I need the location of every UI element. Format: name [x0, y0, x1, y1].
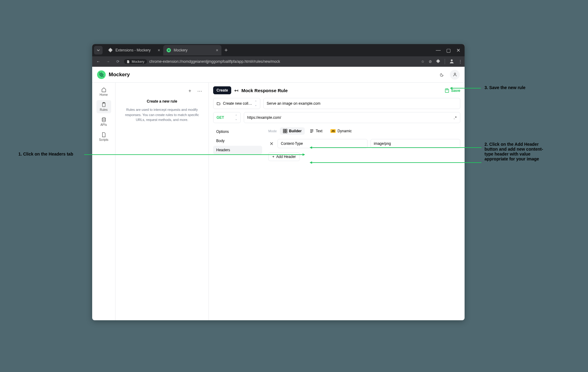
site-chip-label: Mockery [132, 60, 145, 63]
svg-rect-10 [285, 131, 287, 133]
reload-icon[interactable]: ⟳ [114, 59, 122, 64]
close-window-icon[interactable]: ✕ [456, 47, 460, 53]
chevron-updown-icon: ⌃⌄ [254, 100, 257, 107]
clipboard-icon [101, 102, 107, 107]
collection-select[interactable]: Create new coll… ⌃⌄ [213, 98, 260, 109]
star-icon[interactable]: ☆ [421, 59, 424, 64]
annotation-1-line [84, 154, 305, 155]
save-button[interactable]: Save [445, 88, 460, 93]
document-icon [126, 60, 130, 63]
header-value-value: image/png [374, 141, 391, 146]
subtabs: Options Body Headers [213, 127, 262, 161]
nav-rules[interactable]: Rules [96, 100, 111, 113]
mode-builder[interactable]: Builder [280, 127, 305, 135]
annotation-3: 3. Save the new rule [484, 85, 526, 90]
create-label: Create [217, 88, 228, 92]
new-tab-button[interactable]: + [221, 47, 231, 54]
add-header-button[interactable]: + Add Header [268, 152, 300, 161]
main-header: Create ↤ Mock Response Rule Save [213, 86, 460, 94]
annotation-1: 1. Click on the Headers tab [18, 152, 73, 156]
nav-label: APIs [100, 123, 107, 126]
tab-title: Mockery [174, 48, 187, 52]
window-controls: — ▢ ✕ [436, 47, 463, 53]
minimize-icon[interactable]: — [436, 47, 441, 53]
panel-title: Create a new rule [119, 99, 205, 103]
mode-dynamic[interactable]: JS Dynamic [327, 127, 355, 135]
browser-titlebar: Extensions - Mockery × Mockery × + — ▢ ✕ [92, 44, 465, 56]
annotation-2-line [310, 147, 481, 148]
back-icon[interactable]: ← [95, 59, 102, 64]
rule-name-input[interactable]: Serve an image on example.com [263, 98, 460, 109]
account-button[interactable] [450, 70, 460, 80]
create-button[interactable]: Create [213, 86, 231, 94]
save-icon [445, 88, 449, 93]
subtab-options[interactable]: Options [213, 127, 262, 136]
plus-icon: + [272, 155, 274, 159]
rule-name-value: Serve an image on example.com [267, 101, 320, 106]
chevron-updown-icon: ⌃⌄ [235, 115, 237, 121]
app-header: Mockery [92, 67, 465, 83]
delete-header-button[interactable]: ✕ [268, 141, 274, 147]
svg-rect-8 [285, 129, 287, 131]
js-icon: JS [330, 129, 336, 133]
wildcard-badge: .* [454, 115, 457, 120]
main-pane: Create ↤ Mock Response Rule Save Create … [209, 83, 465, 320]
method-select[interactable]: GET ⌃⌄ [213, 112, 241, 123]
mode-label: Mode [268, 129, 277, 133]
nav-apis[interactable]: APIs [96, 115, 111, 128]
app-body: Home Rules APIs Scripts + ⋯ Create a new… [92, 83, 465, 320]
save-label: Save [451, 88, 460, 93]
annotation-2: 2. Click on the Add Header button and ad… [484, 142, 546, 161]
mode-label: Text [316, 129, 322, 133]
database-icon [101, 117, 107, 122]
browser-tab-mockery[interactable]: Mockery × [163, 45, 221, 55]
header-key-value: Content-Type [281, 141, 303, 146]
nav-scripts[interactable]: Scripts [96, 130, 111, 143]
page-title: Mock Response Rule [241, 88, 288, 93]
file-icon [101, 132, 107, 137]
subtab-label: Body [216, 139, 224, 143]
add-header-label: Add Header [276, 155, 296, 159]
blocker-icon[interactable]: ⊘ [429, 59, 432, 64]
nav-home[interactable]: Home [96, 85, 111, 98]
builder-icon [283, 129, 287, 133]
more-button[interactable]: ⋯ [196, 87, 204, 95]
url-text[interactable]: chrome-extension://nomdggeianenljjmggomp… [149, 59, 419, 64]
url-input[interactable]: https://example.com/ .* [244, 112, 460, 123]
back-icon[interactable]: ↤ [234, 88, 238, 93]
collection-label: Create new coll… [223, 101, 252, 106]
svg-point-5 [102, 118, 105, 119]
method-value: GET [217, 115, 224, 120]
add-rule-button[interactable]: + [186, 87, 194, 95]
app-logo-icon [97, 70, 106, 79]
header-key-input[interactable]: Content-Type [277, 139, 368, 148]
headers-pane: Mode Builder Text JS [268, 127, 460, 161]
browser-address-bar: ← → ⟳ Mockery chrome-extension://nomdgge… [92, 56, 465, 67]
mode-text[interactable]: Text [307, 127, 326, 135]
maximize-icon[interactable]: ▢ [446, 47, 451, 53]
svg-rect-6 [446, 88, 448, 90]
rules-panel: + ⋯ Create a new rule Rules are used to … [115, 83, 209, 320]
subtab-body[interactable]: Body [213, 137, 262, 145]
svg-point-2 [454, 73, 456, 74]
extensions-icon[interactable] [436, 59, 440, 64]
nav-label: Scripts [99, 138, 108, 141]
close-icon[interactable]: × [216, 48, 218, 53]
folder-icon [217, 102, 221, 106]
annotation-2-line-b [310, 162, 481, 163]
theme-toggle-button[interactable] [437, 70, 447, 80]
nav-rail: Home Rules APIs Scripts [92, 83, 115, 320]
window-menu-button[interactable] [94, 46, 103, 54]
text-icon [310, 129, 314, 133]
header-value-input[interactable]: image/png [371, 139, 461, 148]
subtab-label: Headers [216, 148, 230, 152]
profile-icon[interactable] [449, 59, 454, 65]
site-chip[interactable]: Mockery [124, 59, 147, 64]
subtab-headers[interactable]: Headers [213, 146, 262, 154]
close-icon[interactable]: × [158, 48, 160, 53]
browser-tab-extensions[interactable]: Extensions - Mockery × [105, 45, 163, 55]
kebab-icon[interactable]: ⋮ [458, 59, 462, 64]
forward-icon[interactable]: → [104, 59, 112, 64]
mode-label: Dynamic [337, 129, 352, 133]
separator [445, 59, 445, 64]
